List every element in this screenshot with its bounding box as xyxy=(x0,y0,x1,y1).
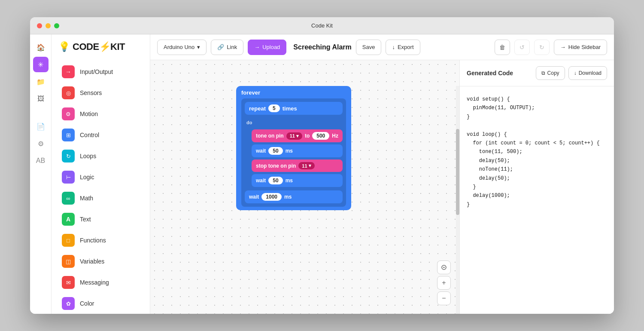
sidebar-item-messaging[interactable]: ✉ Messaging xyxy=(55,272,146,293)
sidebar-item-color[interactable]: ✿ Color xyxy=(55,293,146,314)
export-icon: ↓ xyxy=(392,44,395,50)
sidebar-label-variables: Variables xyxy=(80,258,104,265)
stop-tone-pin-value: 11 xyxy=(302,163,307,169)
nav-settings[interactable]: ⚙ xyxy=(33,136,49,151)
wait-bottom-block[interactable]: wait 1000 ms xyxy=(245,190,343,203)
upload-icon: → xyxy=(254,44,260,50)
code-panel-title: Generated Code xyxy=(467,70,513,77)
messaging-icon: ✉ xyxy=(62,276,75,289)
export-button[interactable]: ↓ Export xyxy=(386,40,420,55)
wait2-block[interactable]: wait 50 ms xyxy=(252,174,343,187)
canvas-area: forever repeat 5 times do xyxy=(150,60,614,314)
wait2-value[interactable]: 50 xyxy=(268,177,283,184)
sidebar-item-control[interactable]: ⊞ Control xyxy=(55,125,146,145)
sidebar-item-math[interactable]: ∞ Math xyxy=(55,188,146,208)
link-button[interactable]: 🔗 Link xyxy=(211,40,243,55)
app-window: Code Kit 🏠 ✳ 📁 🖼 📄 ⚙ AB 💡 CODE⚡KIT → xyxy=(30,17,614,314)
dropdown-arrow2-icon: ▾ xyxy=(309,163,311,169)
device-selector[interactable]: Arduino Uno ▾ xyxy=(157,40,207,55)
arrow-icon: → xyxy=(560,44,566,50)
redo-button[interactable]: ↻ xyxy=(534,40,550,55)
forever-inner: repeat 5 times do xyxy=(241,98,346,207)
canvas[interactable]: forever repeat 5 times do xyxy=(150,60,459,314)
tone-pin-dropdown[interactable]: 11 ▾ xyxy=(286,132,302,140)
sidebar-item-sensors[interactable]: ◎ Sensors xyxy=(55,83,146,103)
delete-button[interactable]: 🗑 xyxy=(495,40,510,55)
maximize-button[interactable] xyxy=(54,23,59,28)
zoom-out-button[interactable]: − xyxy=(437,291,451,305)
copy-button[interactable]: ⧉ Copy xyxy=(536,66,565,80)
undo-button[interactable]: ↺ xyxy=(514,40,530,55)
traffic-lights xyxy=(37,23,59,28)
tone-pin-value: 11 xyxy=(290,133,295,138)
project-name: Screeching Alarm xyxy=(293,43,351,51)
code-panel-header: Generated Code ⧉ Copy ↓ Download xyxy=(460,60,614,86)
sidebar-item-motion[interactable]: ⚙ Motion xyxy=(55,104,146,124)
download-button[interactable]: ↓ Download xyxy=(568,66,607,80)
logic-icon: ⊢ xyxy=(62,171,75,184)
wait1-value[interactable]: 50 xyxy=(268,147,283,155)
app-body: 🏠 ✳ 📁 🖼 📄 ⚙ AB 💡 CODE⚡KIT → Input/Output xyxy=(30,34,614,314)
sidebar-label-text: Text xyxy=(80,216,91,223)
wait-bottom-unit: ms xyxy=(284,194,292,200)
sidebar-item-functions[interactable]: □ Functions xyxy=(55,230,146,251)
save-button[interactable]: Save xyxy=(356,40,382,55)
plus-icon: + xyxy=(442,279,446,286)
title-bar: Code Kit xyxy=(30,17,614,34)
nav-home[interactable]: 🏠 xyxy=(33,40,49,55)
blocks-container: forever repeat 5 times do xyxy=(236,86,351,210)
trash-icon: 🗑 xyxy=(499,44,505,51)
sidebar-label-functions: Functions xyxy=(80,237,106,244)
tone-to-label: to xyxy=(305,133,310,139)
math-icon: ∞ xyxy=(62,192,75,205)
do-inner: tone on pin 11 ▾ to 500 Hz xyxy=(245,129,343,187)
wait-bottom-value[interactable]: 1000 xyxy=(261,193,282,201)
forever-block[interactable]: forever repeat 5 times do xyxy=(236,86,351,210)
repeat-value[interactable]: 5 xyxy=(268,104,280,112)
minus-icon: − xyxy=(442,295,446,302)
hide-sidebar-button[interactable]: → Hide Sidebar xyxy=(554,40,607,55)
logo-lightning: ⚡ xyxy=(99,41,111,52)
close-button[interactable] xyxy=(37,23,42,28)
repeat-block[interactable]: repeat 5 times xyxy=(245,102,343,115)
sidebar: 💡 CODE⚡KIT → Input/Output ◎ Sensors ⚙ xyxy=(52,34,150,314)
nav-text[interactable]: AB xyxy=(33,153,49,169)
sidebar-label-logic: Logic xyxy=(80,174,94,181)
recenter-button[interactable] xyxy=(437,261,451,274)
sidebar-item-input-output[interactable]: → Input/Output xyxy=(55,61,146,82)
nav-image[interactable]: 🖼 xyxy=(33,91,49,107)
link-icon: 🔗 xyxy=(217,44,224,50)
toolbar: Arduino Uno ▾ 🔗 Link → Upload Screeching… xyxy=(150,34,614,60)
logo-text: CODE⚡KIT xyxy=(73,41,125,52)
stop-tone-pin-dropdown[interactable]: 11 ▾ xyxy=(298,162,314,169)
wait-bottom-label: wait xyxy=(249,194,259,200)
zoom-in-button[interactable]: + xyxy=(437,276,451,290)
window-title: Code Kit xyxy=(311,22,333,29)
sensors-icon: ◎ xyxy=(62,86,75,99)
variables-icon: ◫ xyxy=(62,255,75,268)
dropdown-arrow-icon: ▾ xyxy=(296,133,299,139)
nav-file[interactable]: 📄 xyxy=(33,119,49,134)
nav-blocks[interactable]: ✳ xyxy=(33,57,49,72)
download-label: Download xyxy=(579,70,601,76)
wait1-block[interactable]: wait 50 ms xyxy=(252,144,343,157)
sidebar-item-text[interactable]: A Text xyxy=(55,209,146,230)
stop-tone-block[interactable]: stop tone on pin 11 ▾ xyxy=(252,159,343,172)
scrollbar-thumb[interactable] xyxy=(456,129,459,215)
sidebar-item-logic[interactable]: ⊢ Logic xyxy=(55,167,146,187)
sidebar-item-variables[interactable]: ◫ Variables xyxy=(55,251,146,272)
tone-block[interactable]: tone on pin 11 ▾ to 500 Hz xyxy=(252,129,343,142)
upload-button[interactable]: → Upload xyxy=(248,40,286,55)
tone-freq-value[interactable]: 500 xyxy=(312,132,329,140)
sidebar-label-math: Math xyxy=(80,195,93,202)
sidebar-label-sensors: Sensors xyxy=(80,89,102,96)
do-label: do xyxy=(246,119,252,126)
functions-icon: □ xyxy=(62,234,75,247)
wait1-label: wait xyxy=(256,148,266,154)
times-label: times xyxy=(283,105,297,112)
sidebar-item-loops[interactable]: ↻ Loops xyxy=(55,146,146,166)
device-label: Arduino Uno xyxy=(164,44,194,50)
forever-label: forever xyxy=(241,89,346,96)
nav-folder[interactable]: 📁 xyxy=(33,74,49,89)
minimize-button[interactable] xyxy=(46,23,51,28)
